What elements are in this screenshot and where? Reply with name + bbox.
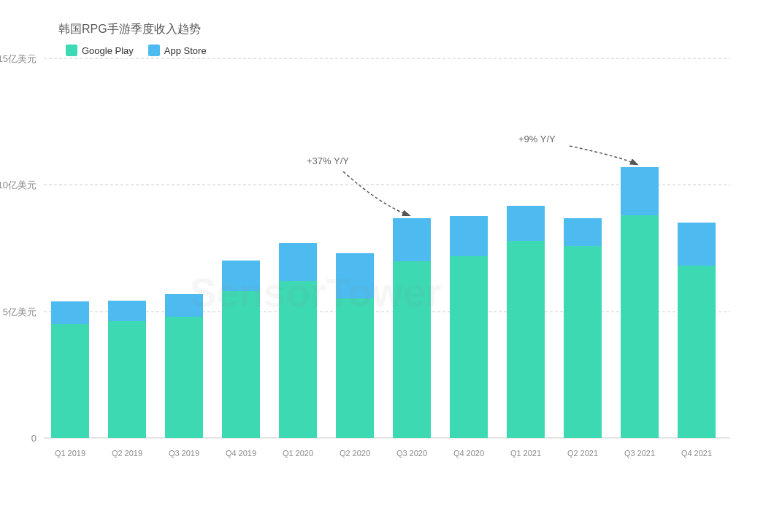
x-label-q3-2020: Q3 2020: [396, 449, 427, 458]
bar-group-q2-2021: Q2 2021: [564, 218, 602, 458]
bar-apple-q1-2019: [51, 301, 89, 324]
legend-google-play: Google Play: [66, 45, 134, 56]
bar-apple-q4-2020: [450, 216, 488, 256]
arrow-37pct: [343, 171, 409, 215]
bar-google-q1-2021: [507, 241, 545, 438]
bar-group-q3-2019: Q3 2019: [165, 294, 203, 458]
bar-apple-q2-2019: [108, 301, 146, 321]
bar-google-q2-2019: [108, 321, 146, 438]
bar-group-q3-2021: Q3 2021: [621, 167, 659, 458]
x-label-q4-2019: Q4 2019: [226, 449, 256, 458]
x-label-q1-2021: Q1 2021: [510, 449, 541, 458]
google-play-color: [66, 45, 77, 56]
app-store-label: App Store: [164, 45, 207, 56]
bar-google-q1-2019: [51, 324, 89, 438]
bar-apple-q3-2020: [393, 218, 431, 261]
bar-google-q3-2021: [621, 215, 659, 438]
bar-group-q2-2019: Q2 2019: [108, 301, 146, 458]
y-label-0: 0: [31, 433, 37, 444]
annotation-9pct: +9% Y/Y: [518, 134, 556, 144]
legend-app-store: App Store: [148, 45, 207, 56]
x-label-q1-2020: Q1 2020: [283, 449, 313, 458]
main-chart: 15亿美元 10亿美元 5亿美元 0 Q1 2019 Q2 2019 Q3 20…: [44, 58, 745, 467]
bar-apple-q3-2021: [621, 167, 659, 215]
x-label-q2-2020: Q2 2020: [340, 449, 370, 458]
bar-apple-q4-2021: [678, 223, 716, 266]
legend: Google Play App Store: [66, 45, 745, 56]
chart-title: 韩国RPG手游季度收入趋势: [58, 22, 745, 37]
y-label-5: 5亿美元: [3, 307, 37, 317]
google-play-label: Google Play: [82, 45, 134, 56]
bar-group-q3-2020: Q3 2020: [393, 218, 431, 458]
x-label-q4-2020: Q4 2020: [453, 449, 484, 458]
bar-google-q2-2020: [336, 298, 374, 438]
arrow-9pct: [570, 146, 637, 164]
bar-google-q2-2021: [564, 246, 602, 438]
x-label-q2-2019: Q2 2019: [112, 449, 142, 458]
y-label-10: 10亿美元: [0, 180, 37, 190]
bar-group-q4-2020: Q4 2020: [450, 216, 488, 458]
x-label-q3-2019: Q3 2019: [169, 449, 199, 458]
bar-apple-q1-2021: [507, 206, 545, 241]
chart-container: 韩国RPG手游季度收入趋势 Google Play App Store 15亿美…: [0, 0, 774, 532]
bar-apple-q2-2021: [564, 218, 602, 246]
bar-google-q3-2019: [165, 317, 203, 438]
x-label-q1-2019: Q1 2019: [55, 449, 85, 458]
bar-group-q1-2019: Q1 2019: [51, 301, 89, 458]
annotation-37pct: +37% Y/Y: [307, 155, 349, 166]
bar-group-q4-2021: Q4 2021: [678, 223, 716, 458]
x-label-q2-2021: Q2 2021: [567, 449, 598, 458]
x-label-q3-2021: Q3 2021: [624, 449, 655, 458]
bar-google-q4-2021: [678, 266, 716, 438]
bar-group-q1-2021: Q1 2021: [507, 206, 545, 458]
app-store-color: [148, 45, 160, 56]
bar-google-q4-2020: [450, 256, 488, 438]
x-label-q4-2021: Q4 2021: [681, 449, 712, 458]
watermark: SensorTower: [190, 270, 441, 315]
y-label-15: 15亿美元: [0, 53, 37, 64]
